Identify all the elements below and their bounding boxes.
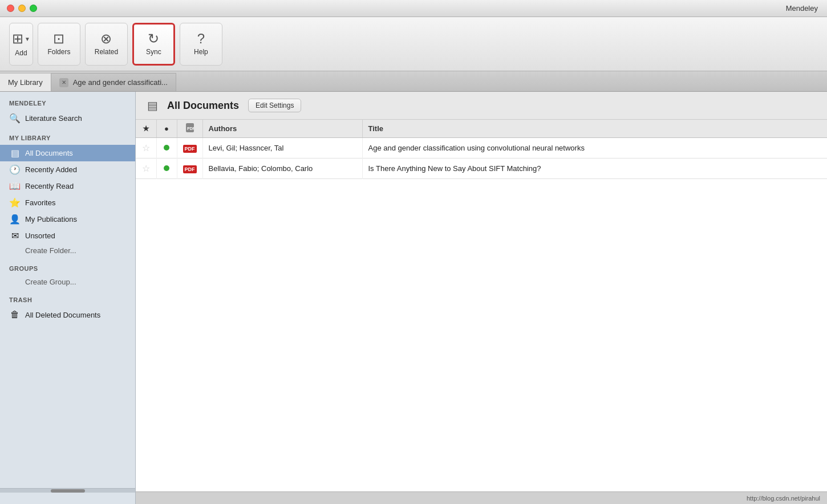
status-dot: [164, 165, 169, 171]
tab-my-library[interactable]: My Library: [0, 73, 51, 91]
sync-button[interactable]: ↻ Sync: [132, 23, 175, 66]
create-folder-label: Create Folder...: [25, 246, 76, 255]
help-label: Help: [194, 48, 208, 56]
title-cell: Is There Anything New to Say About SIFT …: [362, 158, 827, 179]
recently-read-icon: 📖: [9, 181, 21, 192]
pdf-cell[interactable]: PDF: [177, 158, 202, 179]
all-documents-icon: ▤: [9, 148, 21, 158]
sidebar-section-trash: TRASH: [0, 288, 135, 307]
help-button[interactable]: ? Help: [180, 23, 222, 66]
document-table-container: ★ ● PDF Authors Title: [136, 120, 827, 491]
sidebar: MENDELEY 🔍 Literature Search MY LIBRARY …: [0, 92, 136, 504]
status-url: http://blog.csdn.net/pirahul: [747, 495, 820, 502]
favorites-label: Favorites: [25, 198, 55, 207]
col-header-authors: Authors: [202, 120, 362, 138]
sidebar-item-favorites[interactable]: ⭐ Favorites: [0, 194, 135, 211]
star-cell[interactable]: ☆: [136, 158, 156, 179]
unsorted-icon: ✉: [9, 230, 21, 241]
add-icon: ⊞: [12, 31, 23, 47]
col-header-star: ★: [136, 120, 156, 138]
my-publications-label: My Publications: [25, 215, 77, 223]
table-row[interactable]: ☆ PDF Bellavia, Fabio; Colombo, Carlo Is…: [136, 158, 827, 179]
all-deleted-label: All Deleted Documents: [25, 311, 100, 319]
close-button[interactable]: [7, 5, 14, 12]
create-group-label: Create Group...: [25, 278, 76, 286]
sidebar-item-my-publications[interactable]: 👤 My Publications: [0, 211, 135, 227]
folders-icon: ⊡: [53, 32, 64, 46]
status-cell: [156, 138, 177, 158]
sync-label: Sync: [146, 48, 161, 56]
status-dot: [164, 145, 169, 151]
maximize-button[interactable]: [30, 5, 37, 12]
unsorted-label: Unsorted: [25, 231, 55, 240]
app-title: Mendeley: [786, 4, 818, 13]
sidebar-section-groups: GROUPS: [0, 257, 135, 275]
literature-search-label: Literature Search: [25, 114, 82, 123]
help-icon: ?: [197, 32, 205, 46]
sidebar-item-all-documents[interactable]: ▤ All Documents: [0, 145, 135, 161]
authors-cell: Bellavia, Fabio; Colombo, Carlo: [202, 158, 362, 179]
pdf-cell[interactable]: PDF: [177, 138, 202, 158]
related-icon: ⊗: [100, 32, 112, 46]
create-group-button[interactable]: Create Group...: [0, 275, 135, 288]
sidebar-item-recently-added[interactable]: 🕐 Recently Added: [0, 161, 135, 178]
star-cell[interactable]: ☆: [136, 138, 156, 158]
folders-label: Folders: [47, 48, 70, 56]
window-controls: [7, 5, 37, 12]
sidebar-item-all-deleted[interactable]: 🗑 All Deleted Documents: [0, 307, 135, 323]
col-header-status: ●: [156, 120, 177, 138]
col-header-pdf: PDF: [177, 120, 202, 138]
minimize-button[interactable]: [18, 5, 26, 12]
content-title: All Documents: [167, 100, 239, 112]
pdf-icon[interactable]: PDF: [183, 145, 197, 153]
tab-close-icon[interactable]: ✕: [59, 78, 68, 87]
sidebar-scrollbar[interactable]: [0, 488, 135, 493]
document-table: ★ ● PDF Authors Title: [136, 120, 827, 179]
star-icon[interactable]: ☆: [142, 143, 150, 153]
content-area: ▤ All Documents Edit Settings ★ ● PDF: [136, 92, 827, 504]
sidebar-item-recently-read[interactable]: 📖 Recently Read: [0, 178, 135, 194]
recently-added-icon: 🕐: [9, 164, 21, 175]
content-title-icon: ▤: [147, 99, 158, 112]
create-folder-button[interactable]: Create Folder...: [0, 244, 135, 257]
recently-read-label: Recently Read: [25, 182, 74, 190]
my-publications-icon: 👤: [9, 214, 21, 225]
related-button[interactable]: ⊗ Related: [85, 23, 128, 66]
title-bar: Mendeley: [0, 0, 827, 17]
search-icon: 🔍: [9, 113, 21, 124]
folders-button[interactable]: ⊡ Folders: [38, 23, 80, 66]
main-layout: MENDELEY 🔍 Literature Search MY LIBRARY …: [0, 92, 827, 504]
trash-icon: 🗑: [9, 310, 21, 320]
tab-my-library-label: My Library: [8, 78, 43, 87]
related-label: Related: [95, 48, 118, 56]
sidebar-section-my-library: MY LIBRARY: [0, 127, 135, 145]
sidebar-section-mendeley: MENDELEY: [0, 92, 135, 110]
edit-settings-button[interactable]: Edit Settings: [248, 99, 301, 112]
tab-doc-label: Age and gender classificati...: [73, 78, 168, 87]
star-icon[interactable]: ☆: [142, 164, 150, 173]
table-row[interactable]: ☆ PDF Levi, Gil; Hassncer, Tal Age and g…: [136, 138, 827, 158]
table-header: ★ ● PDF Authors Title: [136, 120, 827, 138]
title-cell: Age and gender classification using conv…: [362, 138, 827, 158]
all-documents-label: All Documents: [25, 149, 73, 157]
tab-bar: My Library ✕ Age and gender classificati…: [0, 71, 827, 92]
pdf-icon[interactable]: PDF: [183, 165, 197, 173]
authors-cell: Levi, Gil; Hassncer, Tal: [202, 138, 362, 158]
toolbar: ⊞ ▼ Add ⊡ Folders ⊗ Related ↻ Sync ? Hel…: [0, 17, 827, 71]
sync-icon: ↻: [148, 32, 159, 46]
favorites-icon: ⭐: [9, 197, 21, 208]
add-label: Add: [15, 49, 27, 57]
add-button[interactable]: ⊞ ▼ Add: [9, 23, 33, 66]
sidebar-item-unsorted[interactable]: ✉ Unsorted: [0, 227, 135, 244]
recently-added-label: Recently Added: [25, 165, 77, 174]
col-header-title: Title: [362, 120, 827, 138]
sidebar-item-literature-search[interactable]: 🔍 Literature Search: [0, 110, 135, 127]
status-bar: http://blog.csdn.net/pirahul: [136, 491, 827, 504]
status-cell: [156, 158, 177, 179]
chevron-down-icon: ▼: [25, 36, 30, 42]
content-header: ▤ All Documents Edit Settings: [136, 92, 827, 120]
sidebar-scrollbar-thumb: [51, 489, 85, 493]
tab-doc[interactable]: ✕ Age and gender classificati...: [51, 73, 176, 91]
table-body: ☆ PDF Levi, Gil; Hassncer, Tal Age and g…: [136, 138, 827, 179]
svg-text:PDF: PDF: [187, 127, 194, 131]
